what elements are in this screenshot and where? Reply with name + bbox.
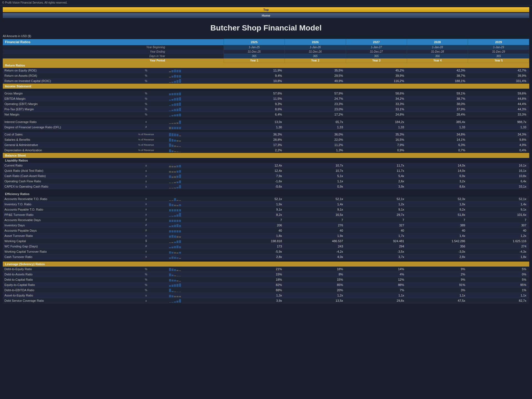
top-button[interactable]: Top bbox=[3, 7, 529, 12]
top-bar: © Profit Vision Financial Services. All … bbox=[0, 0, 532, 6]
liquidity-section-row: Liquidity Ratios bbox=[3, 158, 529, 163]
year-2026-header: 2026 bbox=[285, 39, 346, 45]
leverage-section-row: Leverage (Solvency) Ratios bbox=[3, 262, 529, 267]
income-section-row: Income Statement bbox=[3, 84, 529, 89]
efficiency-section-row: Efficiency Ratios bbox=[3, 191, 529, 196]
year-2028-header: 2028 bbox=[407, 39, 468, 45]
section-financial-ratios-row: Financial Ratios 2025 2026 2027 2028 202… bbox=[3, 39, 529, 45]
ye-2029: 31-Dec-29 bbox=[468, 50, 529, 54]
year-ending-label: Year Ending bbox=[3, 50, 167, 54]
days-in-year-label: Days in Year bbox=[3, 54, 167, 58]
ar-to-row: Accounts Receivable T.O. Ratio x 52,1x 5… bbox=[3, 196, 529, 202]
dtc-row: Debt-to-Capital Ratio % 18% 15% 12% 9% 5… bbox=[3, 277, 529, 282]
gm-2026: 57,9% bbox=[285, 91, 346, 96]
empty2 bbox=[3, 117, 529, 119]
financial-ratios-table: Financial Ratios 2025 2026 2027 2028 202… bbox=[3, 39, 529, 303]
ye-2027: 31-Dec-27 bbox=[346, 50, 407, 54]
dy-2026: 365 bbox=[285, 54, 346, 58]
interest-coverage-row: Interest Coverage Ratio x 13,0x 65,7x 18… bbox=[3, 119, 529, 125]
ebitda-margin-row: EBITDA Margin % 11,5% 24,7% 34,2% 38,7% … bbox=[3, 96, 529, 101]
roa-2025: 9,4% bbox=[224, 73, 285, 78]
ate-row: Asset-to-Equity Ratio x 1,3x 1,2x 1,1x 1… bbox=[3, 293, 529, 298]
year-2029-header: 2029 bbox=[468, 39, 529, 45]
gm-2028: 59,1% bbox=[407, 91, 468, 96]
dte-row: Debt-to-Equity Ratio % 21% 18% 14% 9% 5% bbox=[3, 267, 529, 272]
etc-row: Equity-to-Capital Ratio % 82% 85% 88% 91… bbox=[3, 282, 529, 288]
roic-2027: 116,2% bbox=[346, 78, 407, 84]
roe-spark bbox=[167, 68, 224, 73]
roa-unit: % bbox=[125, 73, 167, 78]
ap-days-row: Accounts Payable Days # 40 40 40 40 40 bbox=[3, 228, 529, 233]
copyright-text: © Profit Vision Financial Services. All … bbox=[2, 1, 67, 4]
roa-row: Return on Assets (ROA) % 9,4% 29,5% 39,9… bbox=[3, 73, 529, 78]
ye-2028: 31-Dec-28 bbox=[407, 50, 468, 54]
income-header: Income Statement bbox=[3, 84, 529, 89]
balance-sheet-header: Balance Sheet bbox=[3, 153, 529, 158]
cos-row: Cost of Sales % of Revenue 36,3% 36,0% 3… bbox=[3, 132, 529, 137]
gross-margin-row: Gross Margin % 57,6% 57,9% 58,6% 59,1% 5… bbox=[3, 91, 529, 96]
gross-margin-unit: % bbox=[125, 91, 167, 96]
roic-unit: % bbox=[125, 78, 167, 84]
gm-2025: 57,6% bbox=[224, 91, 285, 96]
dscr-row: Debt Service Coverage Ratio x 3,9x 13,5x… bbox=[3, 298, 529, 303]
dy-2025: 365 bbox=[224, 54, 285, 58]
dy-2028: 366 bbox=[407, 54, 468, 58]
gm-2027: 58,6% bbox=[346, 91, 407, 96]
pretax-margin-row: Pre-Tax (EBT) Margin % 8,6% 23,0% 33,1% … bbox=[3, 107, 529, 112]
yp-2027: Year 3 bbox=[346, 58, 407, 63]
ebitda-margin-unit: % bbox=[125, 96, 167, 101]
roe-row: Return on Equity (ROE) % 11,9% 35,5% 45,… bbox=[3, 68, 529, 73]
ye-2026: 31-Dec-26 bbox=[285, 50, 346, 54]
roic-2028: 188,1% bbox=[407, 78, 468, 84]
dfl-row: Degree of Financial Leverage Ratio (DFL)… bbox=[3, 124, 529, 130]
empty1 bbox=[3, 89, 529, 91]
roic-label: Return on Invested Capital (ROIC) bbox=[3, 78, 125, 84]
year-period-label: Year Period bbox=[3, 58, 167, 63]
roic-2025: 10,8% bbox=[224, 78, 285, 84]
return-ratios-header: Return Ratios bbox=[3, 63, 529, 68]
gm-2029: 59,6% bbox=[468, 91, 529, 96]
return-ratios-section-row: Return Ratios bbox=[3, 63, 529, 68]
cash-turnover-row: Cash Turnover Ratio x 2,8x 4,0x 3,7x 2,8… bbox=[3, 254, 529, 259]
home-button[interactable]: Home bbox=[3, 13, 529, 18]
dy-2027: 365 bbox=[346, 54, 407, 58]
yp-2028: Year 4 bbox=[407, 58, 468, 63]
table-container: Financial Ratios 2025 2026 2027 2028 202… bbox=[0, 39, 532, 309]
yb-2027: 1-Jan-27 bbox=[346, 45, 407, 50]
cash-ratio-row: Cash Ratio (Cash Asset Ratio) x 7,9x 5,1… bbox=[3, 173, 529, 179]
roa-2026: 29,5% bbox=[285, 73, 346, 78]
section-financial-ratios: Financial Ratios bbox=[3, 39, 224, 45]
inv-days-row: Inventory Days # 206 276 327 389 307 bbox=[3, 222, 529, 228]
year-2027-header: 2027 bbox=[346, 39, 407, 45]
ebit-margin-row: Operating (EBIT) Margin % 9,3% 23,3% 33,… bbox=[3, 101, 529, 107]
roe-unit: % bbox=[125, 68, 167, 73]
ga-row: General & Administrative % of Revenue 17… bbox=[3, 142, 529, 148]
roa-label: Return on Assets (ROA) bbox=[3, 73, 125, 78]
ppe-to-row: PP&E Turnover Ratio x 8,2x 16,5x 29,7x 5… bbox=[3, 212, 529, 217]
salaries-row: Salaries & Benefits % of Revenue 28,8% 2… bbox=[3, 137, 529, 142]
dta-row: Debt-to-Assets Ratio % 15% 8% 4% 2% 0% bbox=[3, 272, 529, 277]
net-margin-row: Net Margin % 6,4% 17,2% 24,8% 28,4% 33,3… bbox=[3, 112, 529, 117]
yb-2026: 1-Jan-26 bbox=[285, 45, 346, 50]
nav-buttons: Top Home bbox=[0, 6, 532, 19]
dte-ebitda-row: Debt-to-EBITDA Ratio % 88% 20% 7% 3% 1% bbox=[3, 288, 529, 293]
quick-ratio-row: Quick Ratio (Acid Test Ratio) x 12,4x 10… bbox=[3, 168, 529, 173]
year-beginning-label: Year Beginning bbox=[3, 45, 167, 50]
roe-label: Return on Equity (ROE) bbox=[3, 68, 125, 73]
roa-2029: 39,9% bbox=[468, 73, 529, 78]
roe-2025: 11,9% bbox=[224, 68, 285, 73]
yp-2026: Year 2 bbox=[285, 58, 346, 63]
year-period-row: Year Period Year 1 Year 2 Year 3 Year 4 … bbox=[3, 58, 529, 63]
roe-2026: 35,5% bbox=[285, 68, 346, 73]
asset-turnover-row: Asset Turnover Ratio x 1,8x 1,9x 1,7x 1,… bbox=[3, 233, 529, 238]
year-2025-header: 2025 bbox=[224, 39, 285, 45]
dy-2029: 365 bbox=[468, 54, 529, 58]
empty5 bbox=[3, 259, 529, 262]
roe-2027: 45,2% bbox=[346, 68, 407, 73]
yb-2028: 1-Jan-28 bbox=[407, 45, 468, 50]
current-ratio-row: Current Ratio x 12,4x 10,7x 11,7x 14,0x … bbox=[3, 163, 529, 168]
inv-to-row: Inventory T.O. Ratio x 1,9x 1,4x 1,2x 1,… bbox=[3, 201, 529, 207]
leverage-ratios-header: Leverage (Solvency) Ratios bbox=[3, 262, 529, 267]
yb-2029: 1-Jan-29 bbox=[468, 45, 529, 50]
roa-spark bbox=[167, 73, 224, 78]
